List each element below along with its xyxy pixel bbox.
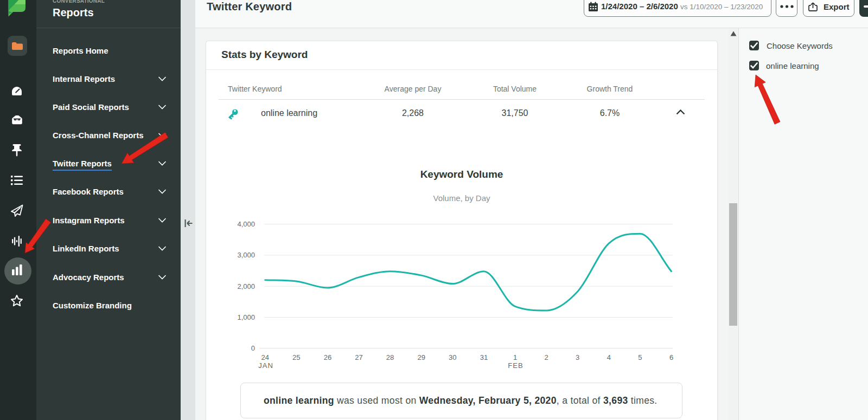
svg-text:27: 27	[355, 353, 362, 361]
svg-text:26: 26	[324, 353, 331, 361]
svg-text:29: 29	[417, 353, 425, 361]
svg-text:0: 0	[251, 344, 255, 352]
svg-text:4: 4	[607, 353, 611, 361]
svg-text:6: 6	[669, 353, 673, 361]
svg-text:1,000: 1,000	[237, 313, 255, 321]
svg-text:1: 1	[513, 353, 517, 361]
svg-text:28: 28	[386, 353, 394, 361]
svg-text:FEB: FEB	[508, 361, 523, 370]
svg-text:30: 30	[449, 353, 456, 361]
svg-text:24: 24	[261, 353, 269, 361]
svg-text:JAN: JAN	[258, 361, 273, 370]
svg-text:2: 2	[544, 353, 548, 361]
svg-text:25: 25	[292, 353, 300, 361]
svg-text:31: 31	[480, 353, 488, 361]
svg-text:4,000: 4,000	[237, 220, 255, 228]
svg-text:3: 3	[576, 353, 579, 361]
svg-text:5: 5	[638, 353, 642, 361]
svg-text:2,000: 2,000	[237, 282, 255, 290]
svg-text:3,000: 3,000	[237, 251, 255, 259]
